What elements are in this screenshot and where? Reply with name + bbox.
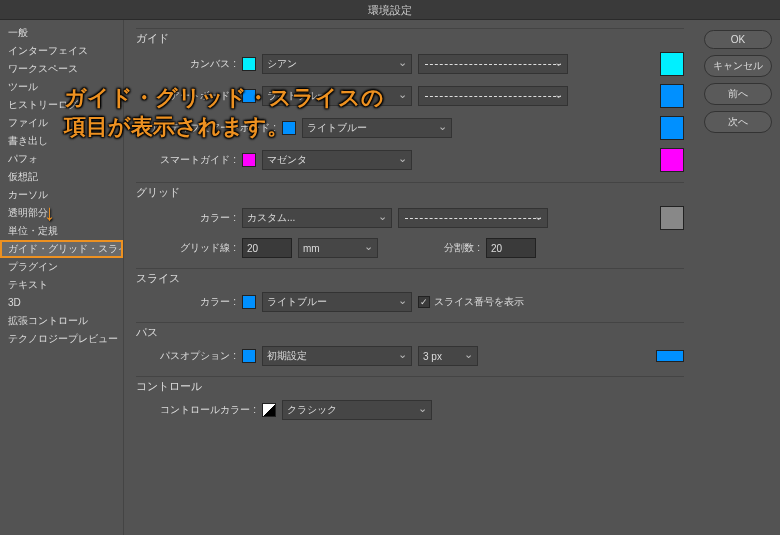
path-color-swatch[interactable]	[242, 349, 256, 363]
sidebar-item-3d[interactable]: 3D	[0, 294, 123, 312]
artboard-color-swatch[interactable]	[242, 89, 256, 103]
slice-color-value: ライトブルー	[267, 295, 327, 309]
dash-line-icon	[425, 96, 561, 97]
inactive-big-swatch[interactable]	[660, 116, 684, 140]
grid-unit-value: mm	[303, 243, 320, 254]
canvas-color-select[interactable]: シアン	[262, 54, 412, 74]
sidebar-item-history[interactable]: ヒストリーログ	[0, 96, 123, 114]
button-bar: OK キャンセル 前へ 次へ	[696, 20, 780, 535]
smart-guide-label: スマートガイド :	[136, 153, 236, 167]
sidebar-item-plugins[interactable]: プラグイン	[0, 258, 123, 276]
grid-color-value: カスタム...	[247, 211, 295, 225]
dash-line-icon	[405, 218, 541, 219]
section-title-path: パス	[136, 325, 684, 340]
prev-button[interactable]: 前へ	[704, 83, 772, 105]
artboard-color-select[interactable]: ライトブルー	[262, 86, 412, 106]
sidebar-item-cursor[interactable]: カーソル	[0, 186, 123, 204]
path-option-select[interactable]: 初期設定	[262, 346, 412, 366]
control-color-value: クラシック	[287, 403, 337, 417]
artboard-style-select[interactable]	[418, 86, 568, 106]
smart-color-swatch[interactable]	[242, 153, 256, 167]
path-width-value: 3 px	[423, 351, 442, 362]
sidebar-item-tech-preview[interactable]: テクノロジープレビュー	[0, 330, 123, 348]
sidebar-item-interface[interactable]: インターフェイス	[0, 42, 123, 60]
smart-big-swatch[interactable]	[660, 148, 684, 172]
smart-color-value: マゼンタ	[267, 153, 307, 167]
grid-subdiv-input[interactable]	[486, 238, 536, 258]
canvas-label: カンバス :	[136, 57, 236, 71]
grid-color-label: カラー :	[136, 211, 236, 225]
section-title-grid: グリッド	[136, 185, 684, 200]
main-panel: ガイド カンバス : シアン アートボード : ライトブルー	[124, 20, 696, 535]
path-preview-swatch	[656, 350, 684, 362]
section-title-slice: スライス	[136, 271, 684, 286]
inactive-color-swatch[interactable]	[282, 121, 296, 135]
artboard-label: アートボード :	[136, 89, 236, 103]
grid-color-select[interactable]: カスタム...	[242, 208, 392, 228]
sidebar-item-general[interactable]: 一般	[0, 24, 123, 42]
sidebar-item-export[interactable]: 書き出し	[0, 132, 123, 150]
path-option-value: 初期設定	[267, 349, 307, 363]
control-color-select[interactable]: クラシック	[282, 400, 432, 420]
slice-checkbox-label: スライス番号を表示	[434, 295, 524, 309]
window-titlebar: 環境設定	[0, 0, 780, 20]
artboard-color-value: ライトブルー	[267, 89, 327, 103]
section-title-control: コントロール	[136, 379, 684, 394]
sidebar-item-scratch[interactable]: 仮想記	[0, 168, 123, 186]
checkbox-icon: ✓	[418, 296, 430, 308]
sidebar-item-workspace[interactable]: ワークスペース	[0, 60, 123, 78]
canvas-color-value: シアン	[267, 57, 297, 71]
sidebar-item-units[interactable]: 単位・定規	[0, 222, 123, 240]
sidebar-item-tools[interactable]: ツール	[0, 78, 123, 96]
inactive-color-select[interactable]: ライトブルー	[302, 118, 452, 138]
sidebar: 一般 インターフェイス ワークスペース ツール ヒストリーログ ファイル 書き出…	[0, 20, 124, 535]
slice-number-checkbox-wrap[interactable]: ✓ スライス番号を表示	[418, 295, 524, 309]
inactive-color-value: ライトブルー	[307, 121, 367, 135]
control-color-label: コントロールカラー :	[136, 403, 256, 417]
slice-color-label: カラー :	[136, 295, 236, 309]
section-title-guide: ガイド	[136, 31, 684, 46]
sidebar-item-transparency[interactable]: 透明部分	[0, 204, 123, 222]
artboard-big-swatch[interactable]	[660, 84, 684, 108]
sidebar-item-guides-grid-slices[interactable]: ガイド・グリッド・スライス	[0, 240, 123, 258]
path-option-label: パスオプション :	[136, 349, 236, 363]
grid-style-select[interactable]	[398, 208, 548, 228]
path-width-select[interactable]: 3 px	[418, 346, 478, 366]
sidebar-item-performance[interactable]: パフォ	[0, 150, 123, 168]
grid-line-input[interactable]	[242, 238, 292, 258]
cancel-button[interactable]: キャンセル	[704, 55, 772, 77]
control-color-swatch[interactable]	[262, 403, 276, 417]
ok-button[interactable]: OK	[704, 30, 772, 49]
smart-color-select[interactable]: マゼンタ	[262, 150, 412, 170]
grid-subdiv-label: 分割数 :	[430, 241, 480, 255]
dash-line-icon	[425, 64, 561, 65]
slice-color-swatch[interactable]	[242, 295, 256, 309]
inactive-artboard-label: 非アクティブなアートボード :	[136, 121, 276, 135]
canvas-big-swatch[interactable]	[660, 52, 684, 76]
canvas-style-select[interactable]	[418, 54, 568, 74]
grid-unit-select[interactable]: mm	[298, 238, 378, 258]
grid-big-swatch[interactable]	[660, 206, 684, 230]
sidebar-item-extended-controls[interactable]: 拡張コントロール	[0, 312, 123, 330]
slice-color-select[interactable]: ライトブルー	[262, 292, 412, 312]
canvas-color-swatch[interactable]	[242, 57, 256, 71]
next-button[interactable]: 次へ	[704, 111, 772, 133]
sidebar-item-file[interactable]: ファイル	[0, 114, 123, 132]
sidebar-item-text[interactable]: テキスト	[0, 276, 123, 294]
grid-line-label: グリッド線 :	[136, 241, 236, 255]
